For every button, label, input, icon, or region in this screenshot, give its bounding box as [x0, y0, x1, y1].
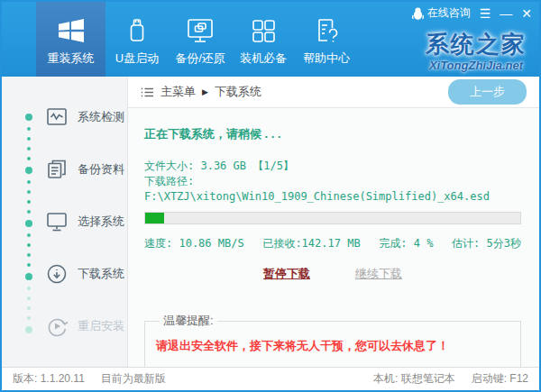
status-bar: 版本: 1.1.20.11 目前为最新版 本机: 联想笔记本 启动键: F12: [2, 367, 539, 390]
online-support-label: 在线咨询: [427, 5, 471, 21]
titlebar: 在线咨询 ☰ — ✕: [412, 5, 532, 21]
eta-text: 估计: 5分3秒: [452, 236, 521, 251]
help-doc-icon: [311, 17, 342, 44]
breadcrumb-bar: 主菜单 ▶ 下载系统 上一步: [128, 77, 539, 108]
backup-data-icon: [45, 158, 69, 181]
sidebar-item-restart-install[interactable]: 重启安装: [2, 300, 127, 352]
nav-item-usb-boot[interactable]: U盘启动: [105, 2, 169, 77]
app-window: 在线咨询 ☰ — ✕ 重装系统: [0, 0, 541, 392]
nav-item-reinstall-system[interactable]: 重装系统: [36, 2, 105, 77]
hamburger-menu-icon[interactable]: ☰: [480, 7, 491, 20]
back-button[interactable]: 上一步: [448, 79, 527, 105]
nav-item-essential-software[interactable]: 装机必备: [232, 2, 295, 77]
breadcrumb-current: 下载系统: [215, 84, 261, 100]
sidebar-item-label: 选择系统: [78, 214, 124, 230]
nav-item-label: 帮助中心: [303, 50, 350, 67]
speed-text: 速度: 10.86 MB/S: [144, 236, 244, 251]
machine-text: 本机: 联想笔记本: [373, 371, 455, 387]
notice-box: 温馨提醒: 请退出安全软件，接下来将无人干预，您可以去休息了！: [144, 313, 521, 368]
download-panel: 正在下载系统，请稍候 . . . 文件大小: 3.36 GB 【1/5】 下载路…: [128, 108, 539, 368]
sidebar-item-backup-data[interactable]: 备份资料: [2, 143, 127, 196]
resume-download-link[interactable]: 继续下载: [355, 266, 402, 282]
pause-download-link[interactable]: 暂停下载: [263, 266, 310, 282]
nav-item-label: 重装系统: [48, 50, 95, 67]
nav-item-label: U盘启动: [115, 50, 159, 67]
backup-restore-icon: [185, 17, 215, 44]
progress-bar: [144, 212, 521, 224]
notice-title: 温馨提醒:: [160, 313, 217, 329]
complete-text: 完成: 4 %: [379, 236, 433, 251]
brand-logo: 系统之家 XiTongZhiJia.net: [426, 29, 527, 72]
sidebar-steps: 系统检测 备份资料: [2, 77, 128, 367]
download-stats: 速度: 10.86 MB/S 已接收:142.17 MB 完成: 4 % 估计:…: [144, 236, 521, 251]
nav-item-label: 备份/还原: [175, 50, 225, 67]
download-status-text: 正在下载系统，请稍候 . . .: [144, 126, 521, 142]
qq-penguin-icon: [412, 7, 424, 20]
select-system-icon: [45, 210, 69, 233]
sidebar-item-label: 重启安装: [78, 318, 124, 334]
progress-dots: [25, 114, 32, 333]
download-system-icon: [45, 262, 69, 286]
brand-logo-en: XiTongZhiJia.net: [426, 59, 527, 72]
restart-install-icon: [45, 315, 69, 338]
file-size-text: 文件大小: 3.36 GB 【1/5】: [144, 159, 521, 174]
progress-fill: [145, 213, 164, 223]
download-path-text: 下载路径: F:\XTZJ\xitong\Win10_1909_Chinese(…: [144, 174, 521, 205]
boot-key-text: 启动键: F12: [472, 371, 528, 387]
nav-item-help-center[interactable]: 帮助中心: [295, 2, 358, 77]
breadcrumb-arrow-icon: ▶: [202, 87, 208, 96]
sidebar-item-label: 下载系统: [78, 266, 124, 282]
list-icon: [141, 87, 154, 98]
main-nav: 重装系统 U盘启动: [36, 2, 358, 77]
sidebar-item-download-system[interactable]: 下载系统: [2, 248, 127, 300]
latest-version-text: 目前为最新版: [101, 371, 166, 387]
version-text: 版本: 1.1.20.11: [13, 371, 85, 387]
nav-item-label: 装机必备: [240, 50, 287, 67]
received-text: 已接收:142.17 MB: [262, 236, 360, 251]
app-grid-icon: [248, 17, 279, 44]
usb-drive-icon: [122, 17, 152, 44]
nav-item-backup-restore[interactable]: 备份/还原: [169, 2, 232, 77]
breadcrumb: 主菜单 ▶ 下载系统: [141, 84, 261, 100]
sidebar-item-label: 备份资料: [78, 161, 124, 178]
breadcrumb-root[interactable]: 主菜单: [160, 84, 196, 100]
close-icon[interactable]: ✕: [521, 7, 532, 20]
brand-logo-cn: 系统之家: [426, 29, 527, 60]
windows-logo-icon: [56, 17, 87, 44]
system-check-icon: [45, 105, 69, 129]
header: 在线咨询 ☰ — ✕ 重装系统: [2, 2, 539, 77]
sidebar-item-system-check[interactable]: 系统检测: [2, 91, 127, 143]
notice-message: 请退出安全软件，接下来将无人干预，您可以去休息了！: [156, 338, 509, 354]
sidebar-item-select-system[interactable]: 选择系统: [2, 196, 127, 248]
online-support-button[interactable]: 在线咨询: [412, 5, 471, 21]
minimize-icon[interactable]: —: [500, 7, 512, 20]
sidebar-item-label: 系统检测: [78, 109, 124, 125]
